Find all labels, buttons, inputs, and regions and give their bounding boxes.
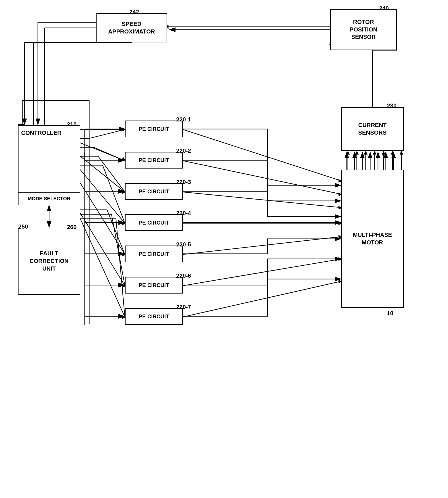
diagram: SPEED APPROXIMATOR ROTOR POSITION SENSOR… [0,0,448,498]
main-svg [0,0,448,498]
